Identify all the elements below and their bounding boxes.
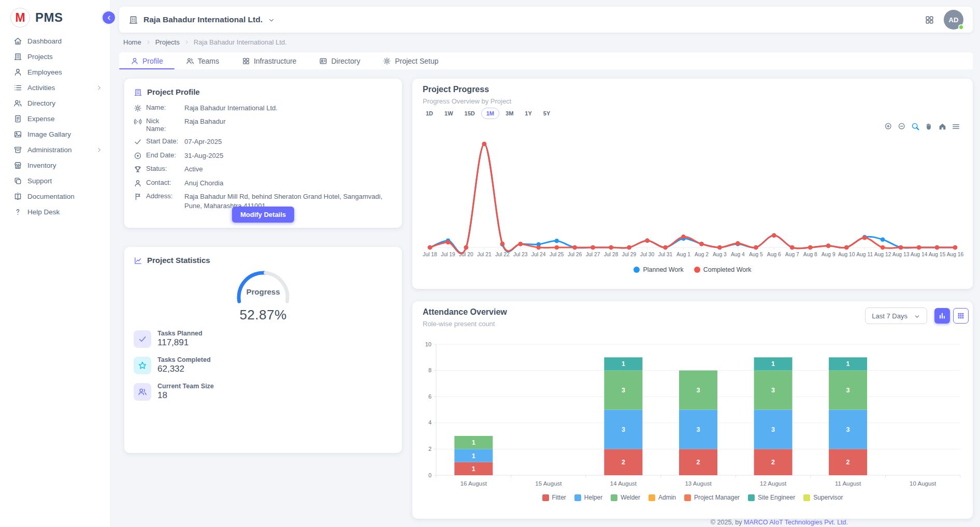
field-value: 31-Aug-2025 xyxy=(179,151,393,160)
svg-text:4: 4 xyxy=(428,419,431,426)
sidebar-item-label: Activities xyxy=(27,84,55,92)
legend-completed-work[interactable]: Completed Work xyxy=(694,266,752,273)
footer-company-link[interactable]: MARCO AIoT Technologies Pvt. Ltd. xyxy=(744,519,848,526)
card-icon xyxy=(319,57,327,65)
svg-text:Jul 24: Jul 24 xyxy=(531,252,546,257)
svg-text:Aug 15: Aug 15 xyxy=(929,252,946,257)
main-content: Raja Bahadur International Ltd. AD HomeP… xyxy=(110,0,980,527)
breadcrumb-separator-icon xyxy=(146,39,151,45)
zoom-out-button[interactable] xyxy=(898,122,906,131)
tab-bar: ProfileTeamsInfrastructureDirectoryProje… xyxy=(119,52,973,69)
range-1M[interactable]: 1M xyxy=(481,108,499,119)
legend-fitter[interactable]: Fitter xyxy=(542,494,566,501)
bar-view-button[interactable] xyxy=(934,308,950,324)
sidebar-item-expense[interactable]: Expense xyxy=(0,111,110,126)
sidebar-item-support[interactable]: Support xyxy=(0,173,110,188)
progress-gauge-arc: Progress xyxy=(231,268,295,305)
breadcrumb: HomeProjectsRaja Bahadur International L… xyxy=(123,38,287,46)
svg-text:13 August: 13 August xyxy=(685,480,712,487)
svg-text:2: 2 xyxy=(697,459,700,466)
range-1W[interactable]: 1W xyxy=(439,108,458,119)
reset-home-button[interactable] xyxy=(938,122,947,131)
stat-value: 117,891 xyxy=(157,338,203,348)
field-label: Nick Name: xyxy=(146,117,179,133)
chart-icon xyxy=(134,256,142,265)
profile-field-start-date: Start Date:07-Apr-2025 xyxy=(134,137,393,147)
sidebar-collapse-button[interactable] xyxy=(103,11,115,24)
tab-label: Profile xyxy=(142,57,163,65)
attendance-range-dropdown[interactable]: Last 7 Days xyxy=(865,308,927,324)
modify-details-button[interactable]: Modify Details xyxy=(232,207,294,223)
svg-text:3: 3 xyxy=(771,426,775,433)
avatar-initials: AD xyxy=(949,16,959,24)
legend-helper[interactable]: Helper xyxy=(574,494,602,501)
attendance-bar-chart: 024681016 August11115 August14 August233… xyxy=(420,338,965,493)
user-avatar[interactable]: AD xyxy=(944,10,963,30)
sidebar-item-activities[interactable]: Activities xyxy=(0,80,110,95)
grid-icon xyxy=(242,57,250,65)
legend-welder[interactable]: Welder xyxy=(611,494,640,501)
building-icon xyxy=(13,52,22,61)
sidebar-item-image-gallary[interactable]: Image Gallary xyxy=(0,126,110,142)
sidebar-item-inventory[interactable]: Inventory xyxy=(0,157,110,173)
sidebar-item-label: Directory xyxy=(27,99,55,107)
apps-grid-button[interactable] xyxy=(925,15,934,25)
svg-text:10: 10 xyxy=(425,341,431,347)
table-view-button[interactable] xyxy=(953,308,969,324)
range-5Y[interactable]: 5Y xyxy=(538,108,555,119)
menu-button[interactable] xyxy=(952,122,960,131)
legend-admin[interactable]: Admin xyxy=(648,494,676,501)
stat-tasks-completed: Tasks Completed62,332 xyxy=(134,356,214,374)
tab-infrastructure[interactable]: Infrastructure xyxy=(230,52,308,69)
tab-teams[interactable]: Teams xyxy=(175,52,230,69)
svg-text:Aug 11: Aug 11 xyxy=(856,252,873,257)
progress-percent: 52.87% xyxy=(239,307,286,323)
field-value: 07-Apr-2025 xyxy=(179,137,393,147)
tab-label: Directory xyxy=(331,57,360,65)
breadcrumb-projects[interactable]: Projects xyxy=(155,38,180,46)
list-icon xyxy=(13,83,22,92)
svg-text:12 August: 12 August xyxy=(760,480,787,487)
grid9-icon xyxy=(957,312,965,320)
svg-text:Aug 5: Aug 5 xyxy=(749,252,763,257)
sidebar-item-documentation[interactable]: Documentation xyxy=(0,188,110,204)
sidebar-item-projects[interactable]: Projects xyxy=(0,49,110,64)
range-3M[interactable]: 3M xyxy=(500,108,518,119)
selection-zoom-button[interactable] xyxy=(911,122,920,131)
sidebar-item-employees[interactable]: Employees xyxy=(0,64,110,80)
store-icon xyxy=(13,161,22,170)
svg-text:3: 3 xyxy=(771,387,775,394)
stat-label: Tasks Planned xyxy=(157,330,203,337)
svg-text:16 August: 16 August xyxy=(460,480,487,487)
image-icon xyxy=(13,130,22,139)
breadcrumb-home[interactable]: Home xyxy=(123,38,141,46)
project-progress-card: Project Progress Progress Overview by Pr… xyxy=(412,79,973,289)
svg-text:Jul 27: Jul 27 xyxy=(586,252,600,257)
zoom-in-button[interactable] xyxy=(884,122,893,131)
legend-supervisor[interactable]: Supervisor xyxy=(803,494,843,501)
tab-directory[interactable]: Directory xyxy=(308,52,371,69)
legend-site-engineer[interactable]: Site Engineer xyxy=(748,494,795,501)
svg-text:2: 2 xyxy=(846,459,850,466)
stat-icon-box xyxy=(134,383,151,401)
company-selector[interactable]: Raja Bahadur International Ltd. xyxy=(128,14,275,24)
sidebar-item-administration[interactable]: Administration xyxy=(0,142,110,157)
brand-logo[interactable]: M PMS xyxy=(0,0,110,28)
sidebar-item-directory[interactable]: Directory xyxy=(0,95,110,111)
tab-profile[interactable]: Profile xyxy=(119,52,175,69)
tab-project-setup[interactable]: Project Setup xyxy=(371,52,450,69)
field-label: Address: xyxy=(146,192,179,200)
legend-project-manager[interactable]: Project Manager xyxy=(684,494,740,501)
ripple-icon xyxy=(134,118,142,126)
range-15D[interactable]: 15D xyxy=(459,108,480,119)
legend-planned-work[interactable]: Planned Work xyxy=(633,266,683,273)
range-1D[interactable]: 1D xyxy=(421,108,438,119)
profile-card-header: Project Profile xyxy=(124,79,402,97)
sidebar-item-dashboard[interactable]: Dashboard xyxy=(0,33,110,49)
range-1Y[interactable]: 1Y xyxy=(520,108,537,119)
svg-text:15 August: 15 August xyxy=(535,480,562,487)
sidebar-item-help-desk[interactable]: Help Desk xyxy=(0,204,110,219)
pan-button[interactable] xyxy=(925,122,933,131)
company-name: Raja Bahadur International Ltd. xyxy=(143,15,263,24)
grid-icon xyxy=(925,15,934,25)
